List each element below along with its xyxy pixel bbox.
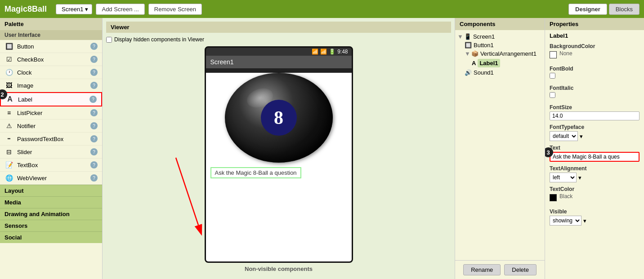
dropdown-arrow: ▾ <box>85 6 88 13</box>
font-bold-label: FontBold <box>550 66 640 72</box>
components-header: Components <box>455 18 545 30</box>
palette-item-checkbox[interactable]: ☑ CheckBox ? <box>0 53 102 66</box>
button-help[interactable]: ? <box>90 43 98 50</box>
component-tree: ▼ 📱 Screen1 🔲 Button1 ▼ 📦 VerticalArrang… <box>455 30 545 260</box>
textbox-help[interactable]: ? <box>90 161 98 168</box>
prop-text: Text 3 <box>545 143 644 164</box>
checkbox-help[interactable]: ? <box>90 56 98 63</box>
viewer-inner: Display hidden components in Viewer 📶 📶 … <box>106 36 451 275</box>
label-text: Ask the Magic 8-Ball a question <box>210 167 301 178</box>
font-italic-checkbox[interactable] <box>550 92 555 98</box>
designer-button[interactable]: Designer <box>568 4 607 15</box>
prop-background-color: BackgroundColor None <box>545 41 644 64</box>
clock-help[interactable]: ? <box>90 69 98 76</box>
webviewer-help[interactable]: ? <box>90 174 98 182</box>
prop-text-color: TextColor Black <box>545 184 644 207</box>
slider-help[interactable]: ? <box>90 148 98 155</box>
text-prop-label: Text <box>550 145 640 151</box>
visible-dropdown-icon: ▾ <box>583 217 586 224</box>
palette-item-listpicker[interactable]: ≡ ListPicker ? <box>0 106 102 120</box>
va1-icon: 📦 <box>471 50 479 57</box>
screen1-icon: 📱 <box>464 33 471 40</box>
app-title: Magic8Ball <box>4 4 47 14</box>
palette-item-label[interactable]: 2 A Label ? <box>0 92 102 106</box>
text-alignment-select[interactable]: left center right <box>550 173 577 182</box>
prop-text-alignment: TextAlignment left center right ▾ <box>545 164 644 184</box>
notifier-help[interactable]: ? <box>90 122 98 129</box>
add-screen-button[interactable]: Add Screen ... <box>96 4 144 15</box>
layout-category[interactable]: Layout <box>0 185 102 196</box>
clock-icon: 🕐 <box>4 68 13 77</box>
palette-item-notifier[interactable]: ⚠ Notifier ? <box>0 120 102 133</box>
sound1-label: Sound1 <box>474 69 494 76</box>
component-label1[interactable]: A Label1 <box>457 58 542 68</box>
delete-button[interactable]: Delete <box>504 264 537 275</box>
label-help[interactable]: ? <box>89 96 97 103</box>
palette-item-button[interactable]: 🔲 Button ? <box>0 40 102 53</box>
passwordtextbox-help[interactable]: ? <box>90 135 98 142</box>
drawing-animation-category[interactable]: Drawing and Animation <box>0 208 102 220</box>
nonvisible-label: Non-visible components <box>106 263 451 275</box>
slider-label: Slider <box>17 149 90 155</box>
remove-screen-button[interactable]: Remove Screen <box>148 4 202 15</box>
component-screen1[interactable]: ▼ 📱 Screen1 <box>457 32 542 41</box>
component-sound1[interactable]: 🔊 Sound1 <box>457 68 542 77</box>
battery-icon: 🔋 <box>329 49 335 55</box>
component-actions: Rename Delete <box>455 260 545 279</box>
bg-color-swatch[interactable] <box>550 51 557 58</box>
palette-item-image[interactable]: 🖼 Image ? <box>0 79 102 92</box>
image-help[interactable]: ? <box>90 82 98 89</box>
label-in-viewer[interactable]: Ask the Magic 8-Ball a question <box>206 167 352 178</box>
prop-font-bold: FontBold <box>545 64 644 83</box>
font-bold-checkbox[interactable] <box>550 73 555 79</box>
screen-dropdown[interactable]: Screen1 ▾ <box>56 4 92 14</box>
wifi-icon: 📶 <box>312 49 318 55</box>
prop-visible: Visible showing hidden ▾ <box>545 207 644 227</box>
image-icon: 🖼 <box>4 81 13 90</box>
font-size-label: FontSize <box>550 104 640 111</box>
listpicker-help[interactable]: ? <box>90 109 98 116</box>
palette-header: Palette <box>0 18 102 30</box>
text-color-label: TextColor <box>550 186 640 192</box>
button1-label: Button1 <box>474 42 494 49</box>
component-button1[interactable]: 🔲 Button1 <box>457 41 542 49</box>
font-typeface-dropdown-icon: ▾ <box>580 133 583 140</box>
palette-item-slider[interactable]: ⊟ Slider ? <box>0 146 102 159</box>
blocks-button[interactable]: Blocks <box>609 4 640 15</box>
visible-row: showing hidden ▾ <box>550 216 640 226</box>
hidden-components-label: Display hidden components in Viewer <box>114 36 204 43</box>
palette-item-textbox[interactable]: 📝 TextBox ? <box>0 159 102 172</box>
prop-font-typeface: FontTypeface default ▾ <box>545 122 644 143</box>
phone-content[interactable]: 8 Ask the Magic 8-Ball a question <box>206 73 352 261</box>
sensors-category[interactable]: Sensors <box>0 220 102 231</box>
rename-button[interactable]: Rename <box>463 264 501 275</box>
component-vertical-arrangement1[interactable]: ▼ 📦 VerticalArrangement1 <box>457 49 542 58</box>
palette-item-passwordtextbox[interactable]: •• PasswordTextBox ? <box>0 133 102 146</box>
image-label: Image <box>17 82 90 89</box>
label1-icon: A <box>472 60 476 66</box>
palette-panel: Palette User Interface 🔲 Button ? ☑ Chec… <box>0 18 103 279</box>
media-category[interactable]: Media <box>0 196 102 208</box>
visible-select[interactable]: showing hidden <box>550 216 581 226</box>
font-size-input[interactable] <box>550 111 640 120</box>
text-color-value: Black <box>559 193 572 199</box>
hidden-components-checkbox[interactable] <box>106 37 112 43</box>
social-category[interactable]: Social <box>0 231 102 243</box>
palette-item-clock[interactable]: 🕐 Clock ? <box>0 66 102 79</box>
font-typeface-row: default ▾ <box>550 131 640 141</box>
main-layout: Palette User Interface 🔲 Button ? ☑ Chec… <box>0 18 644 279</box>
textbox-icon: 📝 <box>4 160 13 169</box>
topbar: Magic8Ball Screen1 ▾ Add Screen ... Remo… <box>0 0 644 18</box>
screen-name: Screen1 <box>62 6 83 13</box>
font-typeface-select[interactable]: default <box>550 131 578 141</box>
magic8-circle: 8 <box>225 73 333 163</box>
text-color-swatch[interactable] <box>550 194 557 201</box>
components-panel: Components ▼ 📱 Screen1 🔲 Button1 ▼ 📦 Ver… <box>455 18 545 279</box>
palette-item-webviewer[interactable]: 🌐 WebViewer ? <box>0 172 102 185</box>
font-typeface-label: FontTypeface <box>550 124 640 130</box>
text-input[interactable] <box>550 152 640 162</box>
properties-header: Properties <box>545 18 644 30</box>
red-arrow-line <box>176 158 198 225</box>
clock-label: Clock <box>17 69 90 76</box>
magic8-inner-circle: 8 <box>261 100 297 136</box>
